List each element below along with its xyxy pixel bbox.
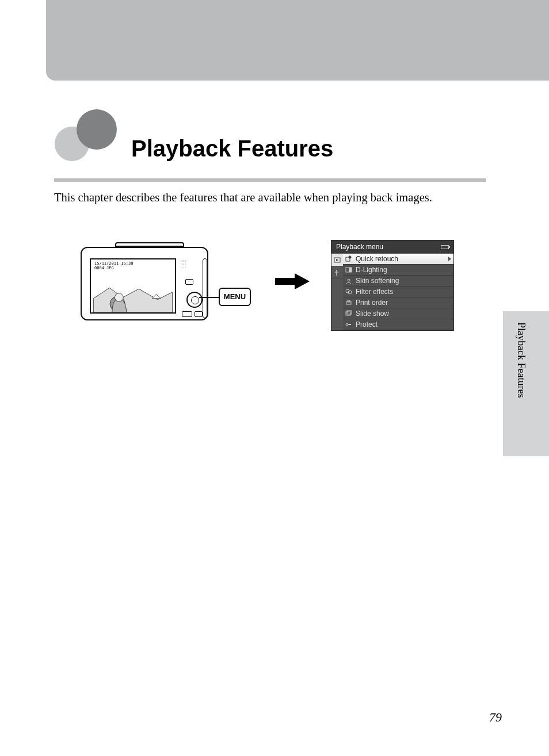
- menu-item-slide-show: Slide show: [343, 308, 453, 319]
- menu-header: Playback menu: [331, 240, 453, 254]
- page-number: 79: [489, 710, 502, 725]
- svg-marker-2: [275, 273, 310, 289]
- side-tab-label: Playback Features: [515, 322, 527, 398]
- menu-tab-playback: [331, 254, 343, 266]
- horizontal-rule: [54, 178, 486, 182]
- chapter-header-block-edge: [501, 0, 549, 81]
- menu-item-filter-effects: Filter effects: [343, 287, 453, 297]
- svg-rect-7: [349, 268, 352, 272]
- camera-illustration: 15/11/2011 15:30 0004.JPG :::::::::: [81, 243, 253, 330]
- chapter-header-block: [46, 0, 503, 81]
- menu-item-label: Filter effects: [356, 288, 393, 296]
- playback-menu-screenshot: Playback menu Quick retouch D-Lighting S…: [331, 240, 454, 331]
- menu-item-label: D-Lighting: [356, 266, 387, 274]
- menu-item-label: Print order: [356, 299, 388, 307]
- menu-title: Playback menu: [336, 243, 383, 251]
- quick-retouch-icon: [345, 255, 352, 262]
- menu-item-skin-softening: Skin softening: [343, 276, 453, 287]
- menu-item-d-lighting: D-Lighting: [343, 265, 453, 276]
- menu-item-quick-retouch: Quick retouch: [343, 254, 453, 265]
- menu-item-label: Slide show: [356, 310, 389, 318]
- print-order-icon: [345, 299, 352, 306]
- svg-marker-4: [336, 259, 338, 261]
- skin-softening-icon: [345, 277, 352, 284]
- svg-point-1: [115, 293, 123, 302]
- protect-icon: [345, 321, 352, 328]
- filter-effects-icon: [345, 288, 352, 295]
- d-lighting-icon: [345, 266, 352, 273]
- callout-line: [199, 297, 220, 298]
- chapter-icon: [55, 109, 124, 161]
- svg-rect-13: [346, 312, 350, 315]
- menu-tab-setup: [331, 266, 343, 279]
- intro-paragraph: This chapter describes the features that…: [54, 191, 432, 204]
- chapter-title: Playback Features: [131, 136, 333, 162]
- battery-icon: [441, 245, 449, 249]
- slide-show-icon: [345, 310, 352, 317]
- svg-rect-16: [348, 324, 351, 325]
- arrow-right-icon: [275, 273, 310, 289]
- menu-item-print-order: Print order: [343, 297, 453, 308]
- lcd-filename: 0004.JPG: [94, 266, 114, 270]
- menu-button-callout: MENU: [219, 288, 251, 306]
- menu-item-label: Protect: [356, 320, 378, 329]
- menu-item-label: Skin softening: [356, 277, 399, 285]
- menu-item-label: Quick retouch: [356, 255, 398, 263]
- svg-point-8: [348, 279, 350, 281]
- menu-item-protect: Protect: [343, 319, 453, 330]
- svg-rect-14: [347, 311, 352, 314]
